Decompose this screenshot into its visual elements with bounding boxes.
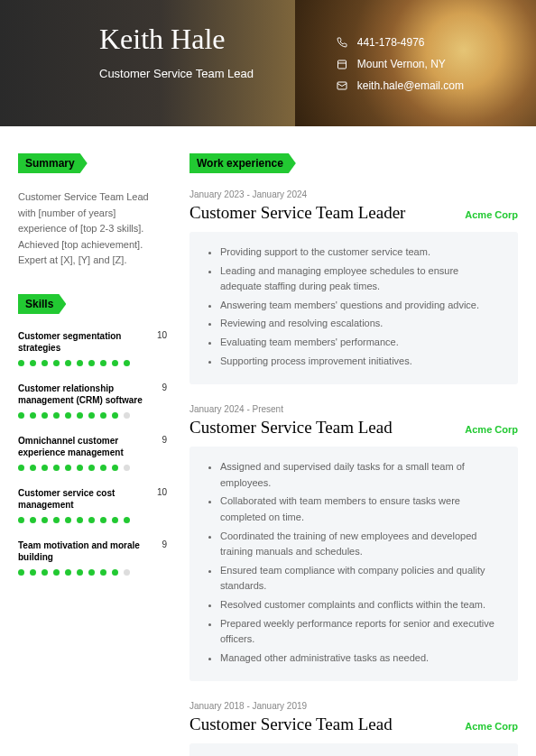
job-bullet: Collaborated with team members to ensure…: [220, 493, 502, 525]
skill-name: Omnichannel customer experience manageme…: [18, 435, 154, 459]
email-text: keith.hale@email.com: [357, 75, 464, 97]
job-dates: January 2018 - January 2019: [189, 701, 518, 711]
skill-row: Customer segmentation strategies10: [18, 330, 167, 366]
skills-label: Skills: [18, 294, 66, 314]
job-entry: January 2023 - January 2024Customer Serv…: [189, 189, 518, 384]
skill-level: 10: [157, 487, 167, 497]
location-icon: [336, 58, 348, 70]
skill-level: 10: [157, 330, 167, 340]
job-title: Customer Service Team Lead: [189, 715, 393, 734]
skill-dots: [18, 412, 167, 419]
job-company: Acme Corp: [465, 721, 518, 732]
job-bullet: Ensured team compliance with company pol…: [220, 563, 502, 595]
right-column: Work experience January 2023 - January 2…: [189, 153, 518, 756]
summary-text: Customer Service Team Lead with [number …: [18, 189, 167, 269]
job-dates: January 2023 - January 2024: [189, 189, 518, 199]
skill-name: Customer relationship management (CRM) s…: [18, 383, 154, 407]
job-title: Customer Service Team Leader: [189, 203, 405, 223]
job-bullet: Answering team members' questions and pr…: [220, 298, 502, 314]
contact-block: 441-178-4976 Mount Vernon, NY keith.hale…: [336, 32, 464, 97]
job-bullets: Assigned and supervised daily tasks for …: [189, 447, 518, 681]
job-bullet: Prepared weekly performance reports for …: [220, 616, 502, 648]
skill-name: Team motivation and morale building: [18, 539, 154, 564]
contact-phone: 441-178-4976: [336, 32, 464, 53]
skills-list: Customer segmentation strategies10Custom…: [18, 330, 167, 576]
job-bullet: Managed other administrative tasks as ne…: [220, 650, 502, 667]
job-bullets: Providing support to the customer servic…: [189, 232, 518, 384]
contact-location: Mount Vernon, NY: [336, 53, 464, 75]
job-entry: January 2024 - PresentCustomer Service T…: [189, 404, 518, 681]
job-bullet: Coordinated the training of new employee…: [220, 529, 502, 560]
skill-row: Team motivation and morale building9: [18, 539, 167, 576]
skill-dots: [18, 569, 167, 576]
contact-email: keith.hale@email.com: [336, 75, 464, 97]
work-label: Work experience: [189, 153, 296, 173]
person-title: Customer Service Team Lead: [99, 67, 536, 80]
skill-row: Customer relationship management (CRM) s…: [18, 383, 167, 419]
resume-header: Keith Hale Customer Service Team Lead 44…: [0, 0, 536, 126]
job-bullet: Providing support to the customer servic…: [220, 244, 502, 261]
svg-rect-0: [337, 60, 346, 69]
skill-level: 9: [162, 435, 167, 445]
job-bullets: Conducted rapid and precise cash drawer …: [189, 743, 518, 756]
skill-dots: [18, 465, 167, 471]
person-name: Keith Hale: [99, 23, 536, 56]
job-bullet: Supporting process improvement initiativ…: [220, 354, 502, 370]
location-text: Mount Vernon, NY: [357, 53, 446, 75]
skill-dots: [18, 360, 167, 366]
job-company: Acme Corp: [465, 424, 518, 435]
phone-icon: [336, 36, 348, 49]
main-content: Summary Customer Service Team Lead with …: [0, 126, 536, 756]
job-entry: January 2018 - January 2019Customer Serv…: [189, 701, 518, 756]
skill-row: Customer service cost management10: [18, 487, 167, 523]
job-company: Acme Corp: [465, 209, 518, 220]
job-dates: January 2024 - Present: [189, 404, 518, 414]
job-bullet: Reviewing and resolving escalations.: [220, 316, 502, 332]
left-column: Summary Customer Service Team Lead with …: [18, 153, 167, 756]
summary-label: Summary: [18, 153, 88, 173]
job-bullet: Assigned and supervised daily tasks for …: [220, 459, 502, 491]
job-bullet: Resolved customer complaints and conflic…: [220, 597, 502, 613]
job-bullet: Evaluating team members' performance.: [220, 335, 502, 351]
skill-level: 9: [162, 383, 167, 392]
skill-name: Customer service cost management: [18, 487, 150, 512]
jobs-list: January 2023 - January 2024Customer Serv…: [189, 189, 518, 756]
job-title: Customer Service Team Lead: [189, 418, 393, 438]
skill-dots: [18, 517, 167, 523]
skill-name: Customer segmentation strategies: [18, 330, 150, 355]
skill-row: Omnichannel customer experience manageme…: [18, 435, 167, 471]
phone-text: 441-178-4976: [357, 32, 425, 53]
job-bullet: Leading and managing employee schedules …: [220, 263, 502, 295]
email-icon: [336, 79, 348, 92]
skill-level: 9: [162, 539, 167, 549]
